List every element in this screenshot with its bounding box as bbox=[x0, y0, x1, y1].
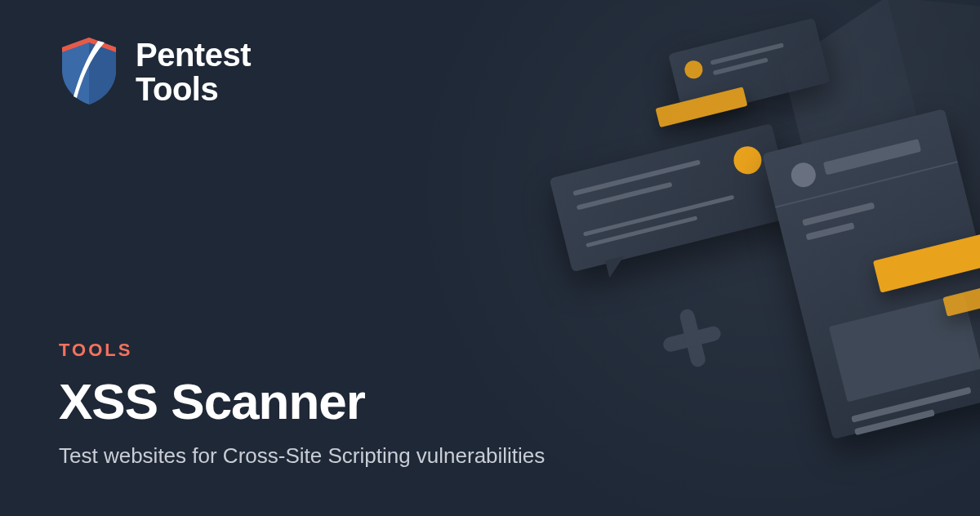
dot-icon bbox=[731, 144, 764, 177]
text-line-icon bbox=[802, 202, 875, 227]
dot-icon bbox=[683, 59, 705, 81]
tag-icon bbox=[655, 87, 747, 127]
avatar-icon bbox=[789, 160, 818, 189]
address-bar-icon bbox=[823, 139, 921, 176]
shield-logo-icon bbox=[57, 33, 121, 111]
illustration-card-browser bbox=[762, 109, 980, 439]
brand-line-1: Pentest bbox=[136, 38, 251, 72]
brand-line-2: Tools bbox=[136, 72, 251, 106]
speech-tail-icon bbox=[605, 256, 629, 278]
tag-icon bbox=[873, 225, 980, 292]
text-line-icon bbox=[805, 222, 854, 240]
brand-name: Pentest Tools bbox=[136, 38, 251, 106]
plus-icon bbox=[657, 303, 728, 374]
page-subtitle: Test websites for Cross-Site Scripting v… bbox=[59, 443, 545, 469]
brand-logo: Pentest Tools bbox=[57, 33, 251, 111]
page-title: XSS Scanner bbox=[59, 372, 545, 430]
illustration-card-chat bbox=[550, 123, 795, 272]
hero-text: TOOLS XSS Scanner Test websites for Cros… bbox=[59, 340, 545, 469]
